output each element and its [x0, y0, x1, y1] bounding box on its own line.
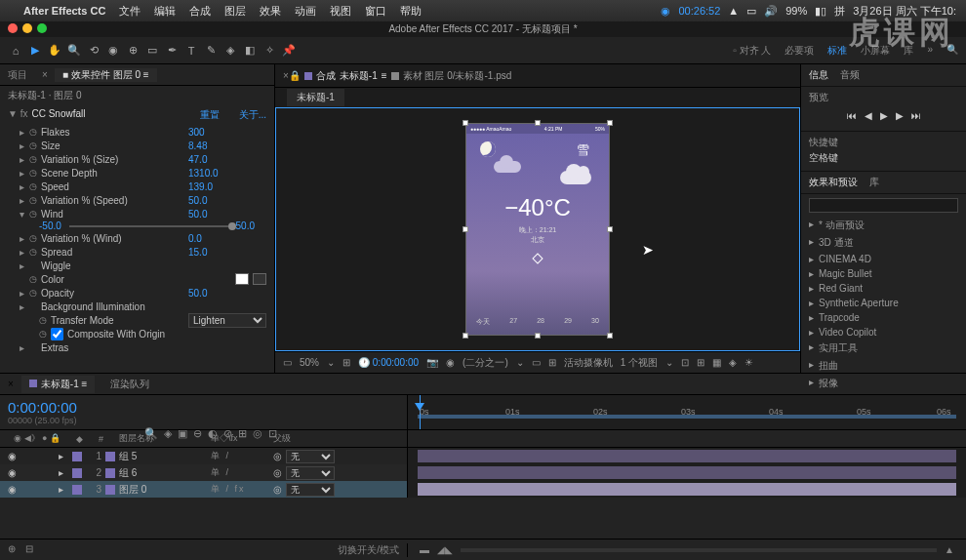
- zoom-in-icon[interactable]: ▲: [945, 544, 954, 555]
- expand-icon[interactable]: ▸: [20, 301, 29, 312]
- effect-reset[interactable]: 重置: [200, 108, 220, 122]
- play-icon[interactable]: ▶: [880, 110, 888, 121]
- magnify-icon[interactable]: ▭: [283, 357, 292, 368]
- prev-frame-icon[interactable]: ◀: [865, 110, 872, 121]
- wind-slider[interactable]: [69, 225, 228, 227]
- brainstorm-icon[interactable]: ◎: [253, 427, 262, 440]
- toggle-transparency-icon[interactable]: ⊞: [697, 357, 704, 368]
- prop-opacity-value[interactable]: 50.0: [188, 288, 266, 299]
- zoom-dropdown-icon[interactable]: ⌄: [327, 357, 335, 368]
- rect-tool[interactable]: ▭: [144, 43, 160, 59]
- prop-varsize-value[interactable]: 47.0: [188, 154, 266, 165]
- resolution-icon[interactable]: ⊞: [342, 357, 350, 368]
- transform-handle[interactable]: [607, 120, 613, 126]
- menu-composition[interactable]: 合成: [189, 4, 211, 19]
- visibility-toggle[interactable]: ◉: [8, 451, 21, 461]
- layer-duration-bar[interactable]: [418, 483, 956, 496]
- window-minimize[interactable]: [22, 23, 32, 33]
- preset-category[interactable]: ▸Red Giant: [801, 281, 966, 296]
- orbit-tool[interactable]: ⟲: [86, 43, 101, 59]
- stopwatch-icon[interactable]: ◷: [29, 168, 41, 178]
- transfer-mode-select[interactable]: Lighten: [188, 313, 266, 328]
- stopwatch-icon[interactable]: ◷: [29, 154, 41, 164]
- rotate-tool[interactable]: ◉: [105, 43, 121, 59]
- search-icon[interactable]: 🔍: [144, 427, 158, 440]
- first-frame-icon[interactable]: ⏮: [847, 110, 857, 121]
- timeline-layer[interactable]: ◉▸1组 5单 /◎无: [0, 448, 966, 464]
- expand-icon[interactable]: ▸: [20, 247, 29, 258]
- grid-icon[interactable]: ⊞: [548, 357, 556, 368]
- zoom-tool[interactable]: 🔍: [66, 43, 82, 59]
- stopwatch-icon[interactable]: ◷: [29, 195, 41, 205]
- selection-tool[interactable]: ▶: [27, 43, 43, 59]
- menu-window[interactable]: 窗口: [365, 4, 386, 19]
- fast-preview-icon[interactable]: ⊡: [681, 357, 689, 368]
- label-color[interactable]: [72, 485, 82, 495]
- effect-about[interactable]: 关于...: [239, 108, 266, 122]
- expand-icon[interactable]: ▸: [20, 195, 29, 206]
- window-maximize[interactable]: [37, 23, 47, 33]
- prop-spread-value[interactable]: 15.0: [188, 247, 266, 258]
- workspace-small[interactable]: 小屏幕: [861, 44, 890, 58]
- layer-switches[interactable]: 单 /: [211, 450, 269, 462]
- stopwatch-icon[interactable]: ◷: [39, 315, 51, 325]
- region-icon[interactable]: ▭: [532, 357, 541, 368]
- current-time[interactable]: 0:00:00:00: [8, 399, 399, 416]
- battery-icon[interactable]: ▮▯: [815, 5, 826, 18]
- tl-tab-render[interactable]: 渲染队列: [102, 376, 157, 393]
- layer-duration-bar[interactable]: [418, 466, 956, 479]
- preset-category[interactable]: ▸3D 通道: [801, 234, 966, 252]
- tab-info[interactable]: 信息: [809, 68, 828, 82]
- expand-icon[interactable]: ▾: [20, 209, 29, 220]
- menu-view[interactable]: 视图: [330, 4, 351, 19]
- tab-effects-presets[interactable]: 效果和预设: [809, 176, 858, 189]
- transform-handle[interactable]: [463, 120, 468, 126]
- layer-name[interactable]: 组 5: [119, 450, 207, 463]
- transform-handle[interactable]: [463, 333, 468, 339]
- zoom-level[interactable]: 50%: [300, 357, 319, 368]
- home-icon[interactable]: ⌂: [8, 43, 23, 59]
- stopwatch-icon[interactable]: ◷: [29, 209, 41, 219]
- camera-select[interactable]: 活动摄像机: [564, 356, 613, 370]
- draft3d-icon[interactable]: ▣: [178, 427, 187, 440]
- expand-icon[interactable]: ▸: [20, 154, 29, 165]
- tl-tab-comp[interactable]: 未标题-1 ≡: [21, 376, 96, 393]
- layer-options-icon[interactable]: ⊟: [25, 543, 33, 557]
- comp-breadcrumb[interactable]: 未标题-1: [287, 89, 344, 106]
- prop-flakes-value[interactable]: 300: [188, 127, 266, 138]
- hand-tool[interactable]: ✋: [47, 43, 62, 59]
- graph-icon[interactable]: ⊞: [238, 427, 247, 440]
- tab-effect-controls[interactable]: ■ 效果控件 图层 0 ≡: [55, 68, 157, 82]
- expand-icon[interactable]: ▸: [20, 342, 29, 353]
- pen-tool[interactable]: ✒: [164, 43, 180, 59]
- effects-search-input[interactable]: [809, 198, 958, 213]
- zoom-out-icon[interactable]: ▬: [420, 544, 429, 555]
- prop-speed-value[interactable]: 139.0: [188, 181, 266, 192]
- expand-icon[interactable]: ▸: [20, 168, 29, 179]
- stopwatch-icon[interactable]: ◷: [29, 140, 41, 150]
- stopwatch-icon[interactable]: ◷: [29, 233, 41, 243]
- expand-icon[interactable]: ▸: [20, 140, 29, 151]
- menu-layer[interactable]: 图层: [224, 4, 246, 19]
- expand-icon[interactable]: ▸: [20, 288, 29, 299]
- comp-mini-icon[interactable]: ◈: [164, 427, 172, 440]
- volume-icon[interactable]: 🔊: [764, 5, 778, 18]
- channel-icon[interactable]: ◉: [446, 357, 455, 368]
- transform-handle[interactable]: [535, 333, 541, 339]
- transform-handle[interactable]: [607, 333, 613, 339]
- expand-icon[interactable]: ▸: [59, 467, 68, 478]
- effect-header[interactable]: ▼ fx CC Snowfall 重置 关于...: [0, 105, 274, 125]
- tab-libraries[interactable]: 库: [869, 176, 879, 189]
- shy-icon[interactable]: ⊖: [193, 427, 202, 440]
- parent-select[interactable]: 无: [286, 450, 335, 463]
- menu-effect[interactable]: 效果: [260, 4, 281, 19]
- transform-handle[interactable]: [463, 226, 468, 232]
- tab-project[interactable]: 项目: [0, 68, 35, 82]
- stopwatch-icon[interactable]: ◷: [29, 127, 41, 137]
- resolution-select[interactable]: (二分之一): [463, 356, 508, 370]
- next-frame-icon[interactable]: ▶: [896, 110, 904, 121]
- layer-duration-bar[interactable]: [418, 450, 956, 462]
- transform-handle[interactable]: [607, 226, 613, 232]
- panel-lock-icon[interactable]: ×🔒: [283, 70, 301, 81]
- prop-depth-value[interactable]: 1310.0: [188, 168, 266, 179]
